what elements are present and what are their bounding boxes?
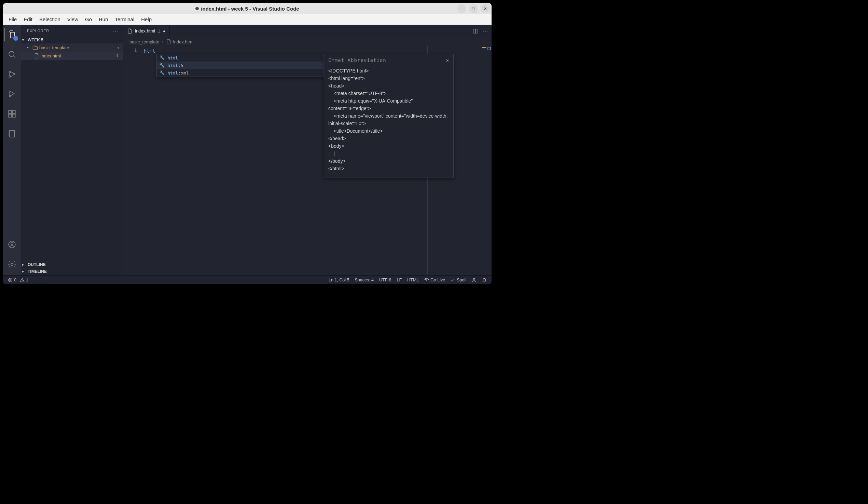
workspace-name: WEEK 5 — [28, 38, 43, 42]
sidebar-title: EXPLORER — [27, 29, 49, 33]
svg-point-0 — [9, 51, 14, 57]
wrench-icon: 🔧 — [159, 63, 165, 68]
file-row[interactable]: index.html 1 — [21, 52, 123, 60]
docbox-title: Emmet Abbreviation — [328, 58, 386, 63]
outline-section[interactable]: ▸ OUTLINE — [21, 261, 123, 268]
wrench-icon: 🔧 — [159, 70, 165, 75]
tab-dirty-icon: ● — [163, 29, 165, 33]
menu-edit[interactable]: Edit — [20, 15, 36, 23]
text-cursor — [156, 48, 156, 54]
svg-point-3 — [13, 73, 15, 75]
search-icon[interactable] — [4, 48, 20, 61]
wrench-icon: 🔧 — [159, 56, 165, 60]
svg-rect-8 — [12, 110, 16, 113]
warning-icon — [20, 278, 24, 282]
suggest-item[interactable]: 🔧 html:5 — [157, 62, 323, 69]
suggest-widget[interactable]: 🔧 html 🔧 html:5 🔧 html:xml — [156, 54, 324, 77]
tab-index-html[interactable]: index.html 1 ● — [123, 25, 170, 37]
status-feedback-icon[interactable] — [472, 278, 476, 282]
editor-more-icon[interactable]: ⋯ — [483, 28, 488, 34]
svg-point-2 — [9, 75, 11, 77]
file-problem-badge: 1 — [116, 53, 118, 58]
docbox-body: <!DOCTYPE html> <html lang="en"> <head> … — [328, 67, 449, 172]
menu-file[interactable]: File — [5, 15, 20, 23]
chevron-right-icon: ▸ — [22, 270, 26, 273]
check-icon — [451, 278, 455, 282]
svg-point-12 — [11, 263, 13, 266]
status-bar: 0 1 Ln 1, Col 5 Spaces: 4 UTF-8 LF HTML … — [3, 275, 492, 284]
explorer-icon[interactable]: 1 — [4, 28, 20, 41]
suggest-item-rest: :5 — [178, 63, 184, 68]
maximize-button[interactable]: □ — [469, 4, 478, 13]
menu-selection[interactable]: Selection — [36, 15, 64, 23]
suggest-item-bold: html — [167, 70, 178, 75]
menu-help[interactable]: Help — [138, 15, 155, 23]
notebook-icon[interactable] — [4, 127, 20, 141]
file-icon — [127, 28, 132, 34]
chevron-down-icon: ▾ — [27, 46, 31, 49]
window-title: index.html - week 5 - Visual Studio Code — [201, 6, 299, 12]
menu-bar: File Edit Selection View Go Run Terminal… — [3, 14, 492, 25]
suggest-item-bold: html — [167, 56, 178, 61]
workspace-section[interactable]: ▾ WEEK 5 — [21, 37, 123, 43]
folder-open-icon — [32, 45, 38, 50]
split-editor-icon[interactable] — [473, 28, 478, 34]
folder-label: basic_template — [39, 45, 69, 50]
status-errors[interactable]: 0 1 — [8, 278, 28, 282]
svg-rect-5 — [9, 110, 12, 113]
extensions-icon[interactable] — [4, 107, 20, 121]
explorer-badge: 1 — [13, 36, 18, 41]
suggest-item-bold: html — [167, 63, 178, 68]
minimize-button[interactable]: – — [457, 4, 466, 13]
editor-area: index.html 1 ● ⋯ basic_template › — [123, 25, 492, 275]
svg-point-1 — [9, 71, 11, 73]
line-number: 1 — [123, 48, 137, 53]
suggest-item-rest: :xml — [178, 70, 188, 75]
file-icon — [166, 39, 171, 44]
close-icon[interactable]: ✕ — [446, 58, 449, 63]
menu-run[interactable]: Run — [95, 15, 112, 23]
run-debug-icon[interactable] — [4, 87, 20, 101]
status-golive[interactable]: Go Live — [424, 278, 445, 282]
suggest-item[interactable]: 🔧 html — [157, 54, 323, 62]
timeline-label: TIMELINE — [28, 269, 47, 274]
status-encoding[interactable]: UTF-8 — [379, 278, 391, 282]
outline-label: OUTLINE — [28, 262, 46, 267]
tab-problem-badge: 1 — [158, 29, 160, 33]
tab-bar: index.html 1 ● ⋯ — [123, 25, 492, 37]
svg-point-4 — [9, 95, 11, 97]
accounts-icon[interactable] — [4, 238, 20, 251]
status-position[interactable]: Ln 1, Col 5 — [329, 278, 349, 282]
folder-row[interactable]: ▾ basic_template ● — [21, 43, 123, 52]
timeline-section[interactable]: ▸ TIMELINE — [21, 268, 123, 275]
tab-label: index.html — [135, 28, 155, 33]
svg-rect-9 — [9, 130, 14, 137]
status-language[interactable]: HTML — [407, 278, 419, 282]
sidebar-more-icon[interactable]: ⋯ — [113, 28, 118, 34]
dirty-indicator-icon — [195, 7, 199, 10]
chevron-down-icon: ▾ — [22, 38, 26, 42]
close-button[interactable]: ✕ — [480, 4, 489, 13]
overview-warning-icon — [482, 47, 486, 48]
suggest-item[interactable]: 🔧 html:xml — [157, 69, 323, 77]
menu-go[interactable]: Go — [82, 15, 95, 23]
source-control-icon[interactable] — [4, 67, 20, 81]
crumb-folder: basic_template — [130, 39, 159, 44]
line-gutter: 1 — [123, 46, 144, 275]
settings-gear-icon[interactable] — [4, 258, 20, 271]
code-token: html — [144, 48, 155, 54]
svg-point-15 — [426, 279, 427, 280]
dirty-dot-icon: ● — [117, 46, 119, 50]
status-bell-icon[interactable] — [482, 278, 487, 282]
menu-view[interactable]: View — [64, 15, 82, 23]
chevron-right-icon: ▸ — [22, 263, 26, 266]
status-spaces[interactable]: Spaces: 4 — [354, 278, 374, 282]
suggest-documentation: Emmet Abbreviation ✕ <!DOCTYPE html> <ht… — [324, 54, 454, 178]
breadcrumb[interactable]: basic_template › index.html — [123, 37, 492, 46]
code-editor[interactable]: 1 html 🔧 html — [123, 46, 492, 275]
menu-terminal[interactable]: Terminal — [112, 15, 138, 23]
status-spell[interactable]: Spell — [451, 278, 466, 282]
svg-point-11 — [11, 243, 13, 245]
status-eol[interactable]: LF — [396, 278, 402, 282]
activity-bar: 1 — [3, 25, 21, 275]
